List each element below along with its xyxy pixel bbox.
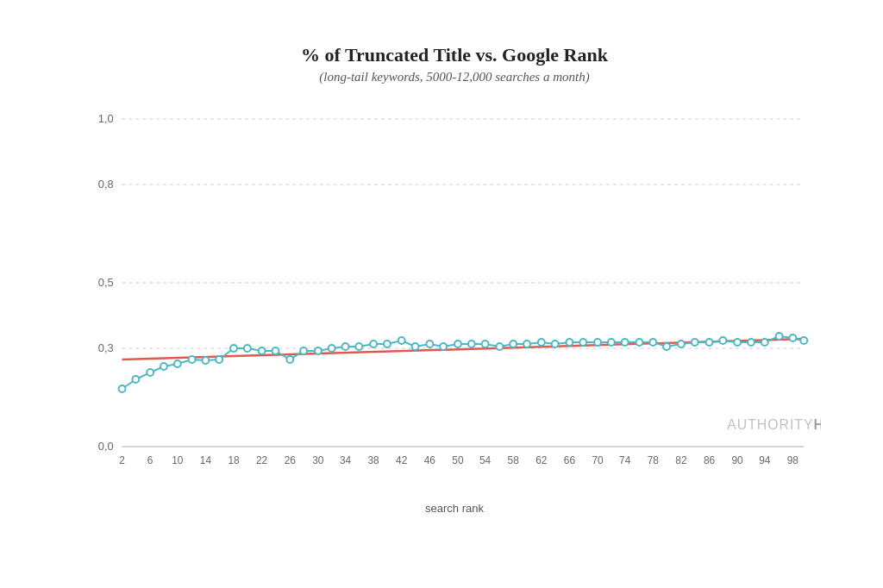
x-label-14: 14 — [200, 454, 212, 466]
watermark-combined: AUTHORITYHACKER — [727, 417, 821, 432]
svg-point-34 — [594, 339, 601, 346]
y-label-10: 1,0 — [98, 112, 114, 125]
svg-point-26 — [482, 341, 489, 347]
svg-point-47 — [776, 333, 783, 340]
svg-point-40 — [678, 341, 685, 347]
svg-point-19 — [384, 341, 391, 347]
svg-point-48 — [789, 335, 796, 341]
svg-point-11 — [272, 347, 279, 354]
x-label-10: 10 — [172, 454, 184, 466]
x-label-98: 98 — [787, 454, 799, 466]
svg-point-31 — [552, 341, 559, 347]
svg-point-9 — [244, 345, 251, 352]
x-label-30: 30 — [312, 454, 324, 466]
svg-point-13 — [300, 347, 307, 354]
svg-point-21 — [412, 343, 419, 350]
x-label-18: 18 — [228, 454, 240, 466]
svg-point-20 — [398, 337, 405, 344]
svg-point-33 — [579, 339, 586, 346]
x-label-78: 78 — [648, 454, 660, 466]
chart-title: % of Truncated Title vs. Google Rank — [88, 44, 821, 66]
svg-point-0 — [119, 385, 126, 392]
svg-point-7 — [216, 356, 222, 363]
svg-point-27 — [496, 343, 503, 350]
x-label-34: 34 — [340, 454, 352, 466]
chart-area: 1,0 0,8 0,5 0,3 0,0 2 6 10 14 18 22 26 3… — [88, 102, 821, 498]
svg-point-10 — [259, 347, 266, 354]
svg-point-43 — [719, 337, 726, 344]
svg-point-38 — [649, 339, 656, 346]
svg-point-44 — [734, 339, 741, 346]
svg-point-25 — [468, 341, 475, 347]
svg-point-37 — [636, 339, 643, 346]
x-label-58: 58 — [508, 454, 520, 466]
chart-container: % of Truncated Title vs. Google Rank (lo… — [28, 18, 855, 570]
svg-point-45 — [748, 339, 755, 346]
x-label-74: 74 — [619, 454, 631, 466]
svg-point-17 — [355, 343, 362, 350]
x-label-50: 50 — [452, 454, 464, 466]
y-label-00: 0,0 — [98, 440, 114, 453]
x-label-42: 42 — [396, 454, 408, 466]
svg-point-8 — [230, 345, 237, 352]
svg-point-1 — [132, 376, 139, 383]
x-label-62: 62 — [535, 454, 548, 466]
svg-point-2 — [147, 369, 153, 376]
x-label-26: 26 — [285, 454, 297, 466]
x-label-82: 82 — [675, 454, 687, 466]
svg-point-36 — [622, 339, 629, 346]
svg-point-35 — [608, 339, 615, 346]
svg-point-5 — [189, 356, 196, 363]
svg-point-49 — [800, 337, 807, 344]
svg-point-32 — [566, 339, 573, 346]
svg-point-6 — [202, 357, 209, 364]
x-axis-label: search rank — [88, 502, 821, 515]
y-label-03: 0,3 — [98, 341, 114, 354]
y-label-05: 0,5 — [98, 276, 114, 289]
x-label-94: 94 — [759, 454, 771, 466]
svg-point-39 — [663, 343, 670, 350]
chart-subtitle: (long-tail keywords, 5000-12,000 searche… — [88, 70, 821, 84]
svg-point-41 — [692, 339, 698, 346]
x-label-90: 90 — [732, 454, 744, 466]
svg-point-12 — [286, 356, 293, 363]
y-label-08: 0,8 — [98, 178, 114, 191]
x-label-54: 54 — [479, 454, 492, 466]
x-label-6: 6 — [147, 454, 153, 466]
x-label-22: 22 — [256, 454, 268, 466]
x-label-2: 2 — [119, 454, 125, 466]
svg-point-29 — [523, 341, 530, 347]
x-label-38: 38 — [368, 454, 380, 466]
chart-svg: 1,0 0,8 0,5 0,3 0,0 2 6 10 14 18 22 26 3… — [88, 102, 821, 498]
x-label-46: 46 — [424, 454, 436, 466]
svg-point-4 — [174, 360, 181, 367]
x-label-66: 66 — [564, 454, 576, 466]
svg-point-16 — [342, 343, 349, 350]
svg-point-15 — [329, 345, 335, 352]
x-label-70: 70 — [592, 454, 604, 466]
svg-point-30 — [538, 339, 545, 346]
svg-point-22 — [426, 341, 433, 347]
svg-point-28 — [510, 341, 517, 347]
svg-point-14 — [315, 347, 322, 354]
x-label-86: 86 — [704, 454, 716, 466]
svg-point-42 — [706, 339, 713, 346]
svg-point-3 — [160, 363, 167, 370]
svg-point-46 — [761, 339, 768, 346]
svg-point-24 — [454, 341, 461, 347]
svg-point-23 — [440, 343, 447, 350]
svg-point-18 — [370, 341, 377, 347]
data-line — [122, 336, 805, 389]
